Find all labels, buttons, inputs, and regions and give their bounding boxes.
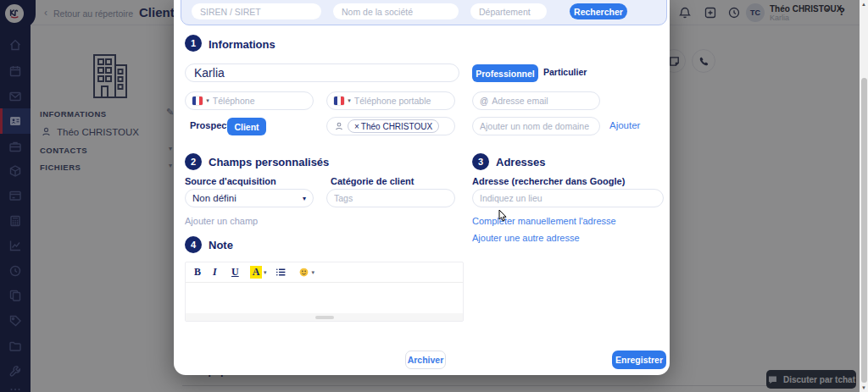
section-3-number: 3 xyxy=(472,153,489,170)
manual-address-link[interactable]: Compléter manuellement l'adresse xyxy=(472,216,616,226)
section-1-title: Informations xyxy=(209,38,275,51)
department-input[interactable] xyxy=(470,3,547,19)
prospect-toggle[interactable]: Prospect xyxy=(190,120,230,130)
italic-button[interactable]: I xyxy=(213,266,231,279)
section-4-title: Note xyxy=(209,239,233,251)
france-flag-icon[interactable] xyxy=(334,97,344,105)
underline-button[interactable]: U xyxy=(231,266,250,279)
mobile-input[interactable] xyxy=(354,96,448,106)
flag-caret-icon[interactable]: ▾ xyxy=(348,97,351,104)
company-name-input[interactable] xyxy=(185,63,459,82)
editor-resize-bar[interactable] xyxy=(186,313,463,321)
contact-chip[interactable]: × Théo CHRISTOUX xyxy=(348,119,439,133)
resize-handle-icon[interactable] xyxy=(315,316,334,319)
emoji-caret-icon[interactable]: ▾ xyxy=(312,269,315,276)
domain-input[interactable] xyxy=(480,121,593,131)
archive-button[interactable]: Archiver xyxy=(405,351,446,369)
email-field[interactable]: @ xyxy=(472,91,600,110)
source-select[interactable]: Non défini ▾ xyxy=(185,189,314,207)
source-select-value: Non défini xyxy=(192,193,236,203)
scroll-thumb[interactable] xyxy=(861,78,867,383)
scroll-down-icon[interactable]: ▼ xyxy=(860,385,868,390)
email-input[interactable] xyxy=(492,96,593,106)
select-caret-icon: ▾ xyxy=(303,195,306,202)
phone-input[interactable] xyxy=(213,96,306,106)
place-input[interactable] xyxy=(480,193,656,203)
place-field[interactable] xyxy=(472,189,664,207)
mouse-cursor xyxy=(498,209,509,223)
save-button[interactable]: Enregistrer xyxy=(612,351,666,369)
bold-button[interactable]: B xyxy=(194,266,213,279)
at-icon: @ xyxy=(480,97,488,106)
siren-search-panel: Rechercher xyxy=(181,0,667,25)
france-flag-icon[interactable] xyxy=(192,97,203,105)
individual-toggle[interactable]: Particulier xyxy=(543,67,587,77)
client-edit-modal: Rechercher 1 Informations Professionnel … xyxy=(174,0,670,375)
siren-input[interactable] xyxy=(192,3,321,19)
professional-toggle[interactable]: Professionnel xyxy=(472,64,538,82)
section-1-number: 1 xyxy=(185,35,202,52)
phone-field[interactable]: ▾ xyxy=(185,91,314,110)
note-content[interactable] xyxy=(186,283,463,315)
section-2-title: Champs personnalisés xyxy=(209,156,329,168)
person-icon xyxy=(334,121,344,131)
chip-remove-icon[interactable]: × xyxy=(354,122,359,131)
note-editor[interactable]: B I U A ▾ ▾ xyxy=(185,262,464,322)
scroll-up-icon[interactable]: ▲ xyxy=(860,2,868,7)
app-root: INFORMATIONS ✎ Théo CHRISTOUX CONTACTS ▾… xyxy=(0,0,868,392)
text-color-button[interactable]: A xyxy=(250,266,262,279)
tags-input[interactable] xyxy=(334,193,448,203)
flag-caret-icon[interactable]: ▾ xyxy=(206,97,209,104)
tags-field[interactable] xyxy=(326,189,455,207)
color-caret-icon[interactable]: ▾ xyxy=(264,269,267,276)
company-name-search-input[interactable] xyxy=(333,3,459,19)
client-toggle[interactable]: Client xyxy=(227,118,266,135)
list-button[interactable] xyxy=(275,267,287,278)
note-toolbar: B I U A ▾ ▾ xyxy=(186,262,463,283)
emoji-button[interactable] xyxy=(298,267,309,278)
section-2-number: 2 xyxy=(185,153,202,170)
scrollbar[interactable]: ▲ ▼ xyxy=(860,0,868,392)
contact-field[interactable]: × Théo CHRISTOUX xyxy=(326,117,455,135)
source-label: Source d'acquisition xyxy=(185,176,276,186)
mobile-field[interactable]: ▾ xyxy=(326,91,455,110)
add-domain-link[interactable]: Ajouter xyxy=(609,120,640,130)
add-address-link[interactable]: Ajouter une autre adresse xyxy=(472,233,580,243)
section-4-number: 4 xyxy=(185,236,202,253)
add-field-link[interactable]: Ajouter un champ xyxy=(185,216,258,226)
section-3-title: Adresses xyxy=(496,156,546,168)
chip-label: Théo CHRISTOUX xyxy=(361,122,432,131)
domain-field[interactable] xyxy=(472,117,600,135)
address-label: Adresse (rechercher dans Google) xyxy=(472,176,625,186)
search-button[interactable]: Rechercher xyxy=(570,3,627,19)
category-label: Catégorie de client xyxy=(331,176,414,186)
